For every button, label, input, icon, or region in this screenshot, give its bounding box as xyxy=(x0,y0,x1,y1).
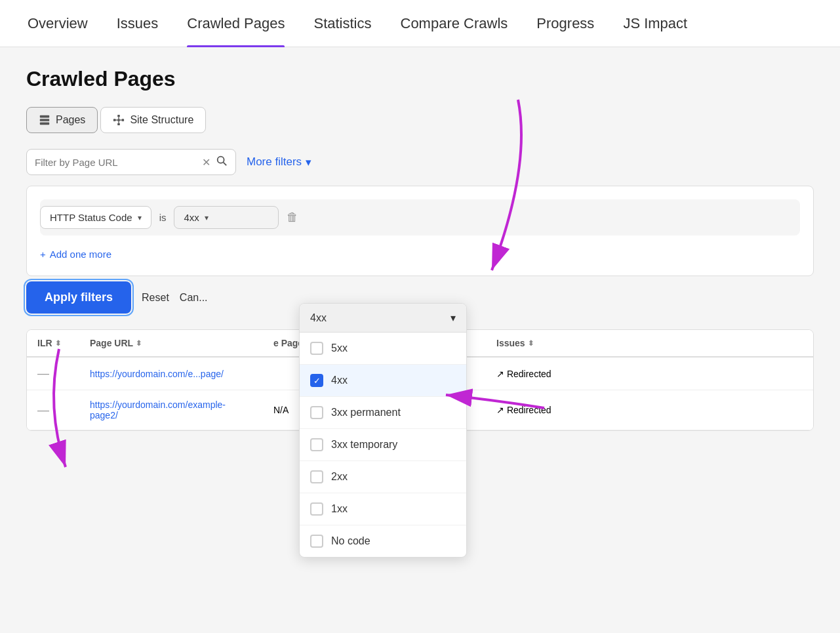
nav-js-impact[interactable]: JS Impact xyxy=(609,0,702,47)
plus-icon: + xyxy=(40,249,46,260)
dropdown-option-5xx[interactable]: 5xx xyxy=(300,333,466,365)
svg-line-13 xyxy=(224,163,227,166)
clear-filter-icon[interactable]: ✕ xyxy=(202,156,210,169)
col-header-issues[interactable]: Issues ⬍ xyxy=(486,338,584,348)
dropdown-option-3xx-permanent[interactable]: 3xx permanent xyxy=(300,397,466,429)
site-structure-icon xyxy=(113,114,125,126)
nav-compare-crawls[interactable]: Compare Crawls xyxy=(386,0,523,47)
filter-container: HTTP Status Code ▾ is 4xx ▾ 🗑 + Add one … xyxy=(26,186,814,276)
svg-point-12 xyxy=(218,157,224,163)
filter-bar: ✕ More filters ▾ xyxy=(26,149,814,175)
delete-filter-button[interactable]: 🗑 xyxy=(287,211,298,224)
filter-row: HTTP Status Code ▾ is 4xx ▾ 🗑 xyxy=(40,199,800,235)
dropdown-chevron-icon: ▾ xyxy=(450,312,456,324)
nav-overview[interactable]: Overview xyxy=(13,0,102,47)
cell-ilr-2: — xyxy=(27,403,79,417)
cancel-button[interactable]: Can... xyxy=(180,292,208,304)
cell-url-2: https://yourdomain.com/example-page2/ xyxy=(79,399,263,420)
pages-view-button[interactable]: Pages xyxy=(26,107,98,133)
page-title: Crawled Pages xyxy=(26,67,814,91)
svg-rect-1 xyxy=(40,119,49,121)
page-url-link-2[interactable]: https://yourdomain.com/example-page2/ xyxy=(90,399,226,420)
nav-crawled-pages[interactable]: Crawled Pages xyxy=(172,0,299,47)
search-icon[interactable] xyxy=(216,155,228,169)
filter-type-chevron: ▾ xyxy=(138,213,142,222)
site-structure-view-button[interactable]: Site Structure xyxy=(100,107,206,133)
pages-icon xyxy=(39,114,50,126)
svg-rect-7 xyxy=(118,123,121,126)
checkbox-1xx xyxy=(310,502,323,516)
filter-value-chevron: ▾ xyxy=(205,213,209,222)
svg-rect-0 xyxy=(40,115,49,118)
filter-operator-label: is xyxy=(159,212,167,223)
checkbox-4xx: ✓ xyxy=(310,374,323,387)
cell-url-1: https://yourdomain.com/e...page/ xyxy=(79,369,263,379)
apply-filters-button[interactable]: Apply filters xyxy=(26,281,131,314)
svg-rect-6 xyxy=(122,119,125,121)
filter-type-select[interactable]: HTTP Status Code ▾ xyxy=(40,206,151,229)
top-navigation: Overview Issues Crawled Pages Statistics… xyxy=(0,0,840,47)
col-header-url[interactable]: Page URL ⬍ xyxy=(79,338,263,348)
dropdown-option-2xx[interactable]: 2xx xyxy=(300,461,466,493)
dropdown-option-3xx-temporary[interactable]: 3xx temporary xyxy=(300,429,466,461)
svg-rect-2 xyxy=(40,123,49,125)
dropdown-option-no-code[interactable]: No code xyxy=(300,525,466,557)
sort-url-icon: ⬍ xyxy=(136,339,142,348)
add-filter-link[interactable]: + Add one more xyxy=(40,246,800,262)
nav-statistics[interactable]: Statistics xyxy=(299,0,386,47)
nav-issues[interactable]: Issues xyxy=(102,0,173,47)
svg-rect-5 xyxy=(118,119,121,121)
sort-issues-icon: ⬍ xyxy=(528,339,534,348)
more-filters-button[interactable]: More filters ▾ xyxy=(247,155,311,169)
dropdown-option-4xx[interactable]: ✓ 4xx xyxy=(300,365,466,397)
sort-ilr-icon: ⬍ xyxy=(55,339,61,348)
cell-ilr-1: — xyxy=(27,367,79,380)
svg-rect-3 xyxy=(118,115,121,117)
url-filter-input[interactable] xyxy=(35,157,197,168)
nav-progress[interactable]: Progress xyxy=(522,0,609,47)
dropdown-option-1xx[interactable]: 1xx xyxy=(300,493,466,525)
chevron-down-icon: ▾ xyxy=(306,155,311,169)
view-toggle: Pages Site Structure xyxy=(26,107,814,133)
cell-issues-2: ↗ Redirected xyxy=(486,405,584,415)
url-filter-container: ✕ xyxy=(26,149,236,175)
dropdown-header: 4xx ▾ xyxy=(300,304,466,333)
reset-button[interactable]: Reset xyxy=(142,292,169,304)
filter-value-select[interactable]: 4xx ▾ xyxy=(174,206,279,229)
checkbox-5xx xyxy=(310,342,323,355)
checkbox-2xx xyxy=(310,470,323,483)
checkbox-no-code xyxy=(310,535,323,548)
cell-issues-1: ↗ Redirected xyxy=(486,369,584,379)
checkbox-3xx-permanent xyxy=(310,406,323,419)
checkbox-3xx-temporary xyxy=(310,438,323,451)
status-code-dropdown: 4xx ▾ 5xx ✓ 4xx 3xx permanent 3xx tempor… xyxy=(299,303,467,558)
page-url-link-1[interactable]: https://yourdomain.com/e...page/ xyxy=(90,369,224,379)
main-content: Crawled Pages Pages Site Struc xyxy=(0,47,840,633)
col-header-ilr[interactable]: ILR ⬍ xyxy=(27,338,79,348)
